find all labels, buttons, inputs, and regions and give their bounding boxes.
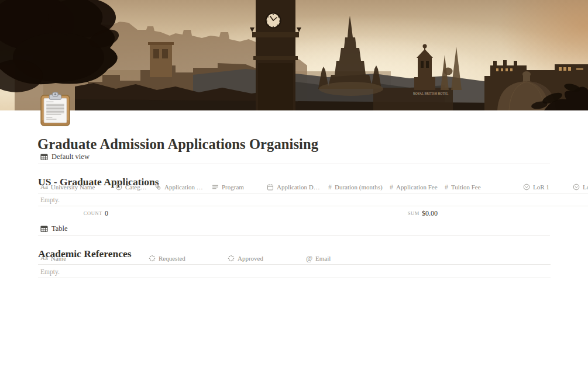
column-header-requested[interactable]: Requested xyxy=(146,252,225,264)
sum-calculation[interactable]: SUM $0.00 xyxy=(113,207,442,220)
empty-row-label: Empty. xyxy=(38,268,60,275)
column-header-tuition-fee[interactable]: # Tuition Fee xyxy=(442,181,521,193)
column-header-name[interactable]: Aa Name xyxy=(38,252,146,264)
column-header-email[interactable]: @ Email xyxy=(304,252,551,264)
page-icon-clipboard[interactable] xyxy=(38,92,73,127)
count-value: 0 xyxy=(105,209,108,218)
db2-view-tabs: Table xyxy=(38,222,550,236)
select-property-icon xyxy=(523,184,530,191)
tab-default-view[interactable]: Default view xyxy=(38,150,92,164)
cover-image: ROYAL BRITISH HOTEL xyxy=(0,0,588,110)
text-property-icon: Aa xyxy=(40,255,48,261)
tab-label: Table xyxy=(51,224,68,233)
clock-tower-silhouette xyxy=(250,0,301,110)
status-property-icon xyxy=(149,255,156,262)
number-property-icon: # xyxy=(328,184,332,191)
count-label: COUNT xyxy=(84,210,102,216)
column-header-program[interactable]: Program xyxy=(209,181,264,193)
db1-header-row: Aa University Name Category xyxy=(38,181,588,193)
text-property-icon: Aa xyxy=(40,184,48,190)
column-header-application-fee[interactable]: # Application Fee xyxy=(387,181,442,193)
db1-empty-row[interactable]: Empty. xyxy=(38,194,588,206)
empty-row-label: Empty. xyxy=(38,196,60,203)
clipboard-icon xyxy=(38,92,73,127)
number-property-icon: # xyxy=(390,184,393,191)
column-header-university-name[interactable]: Aa University Name xyxy=(38,181,113,193)
column-header-duration[interactable]: # Duration (months) xyxy=(326,181,387,193)
column-header-application-deadline[interactable]: Application Deadline xyxy=(264,181,326,193)
tab-label: Default view xyxy=(51,153,90,161)
db1-calc-row: COUNT 0 SUM $0.00 xyxy=(38,207,588,220)
table-view-icon xyxy=(40,153,48,161)
tab-table[interactable]: Table xyxy=(38,222,70,236)
db1-view-tabs: Default view xyxy=(38,150,550,164)
column-header-lor-1[interactable]: LoR 1 xyxy=(521,181,570,193)
email-property-icon: @ xyxy=(306,255,312,262)
sum-label: SUM xyxy=(408,210,419,216)
db2-empty-row[interactable]: Empty. xyxy=(38,265,551,278)
status-property-icon xyxy=(228,255,235,262)
date-property-icon xyxy=(267,184,274,191)
text-lines-property-icon xyxy=(212,184,219,191)
table-view-icon xyxy=(40,225,48,233)
hotel-sign-text: ROYAL BRITISH HOTEL xyxy=(413,92,449,95)
sum-value: $0.00 xyxy=(422,209,438,218)
db2-header-row: Aa Name Requested Approved xyxy=(38,252,551,265)
url-property-icon xyxy=(154,184,161,191)
count-calculation[interactable]: COUNT 0 xyxy=(38,207,113,220)
edinburgh-skyline-illustration: ROYAL BRITISH HOTEL xyxy=(0,0,588,110)
select-property-icon xyxy=(573,184,580,191)
column-header-category[interactable]: Category xyxy=(113,181,152,193)
column-header-application-link[interactable]: Application Link xyxy=(152,181,209,193)
select-property-icon xyxy=(115,184,122,191)
number-property-icon: # xyxy=(445,184,448,191)
notion-page: ROYAL BRITISH HOTEL xyxy=(0,0,588,367)
column-header-lor-2[interactable]: LoR 2 xyxy=(570,181,588,193)
column-header-approved[interactable]: Approved xyxy=(225,252,304,264)
